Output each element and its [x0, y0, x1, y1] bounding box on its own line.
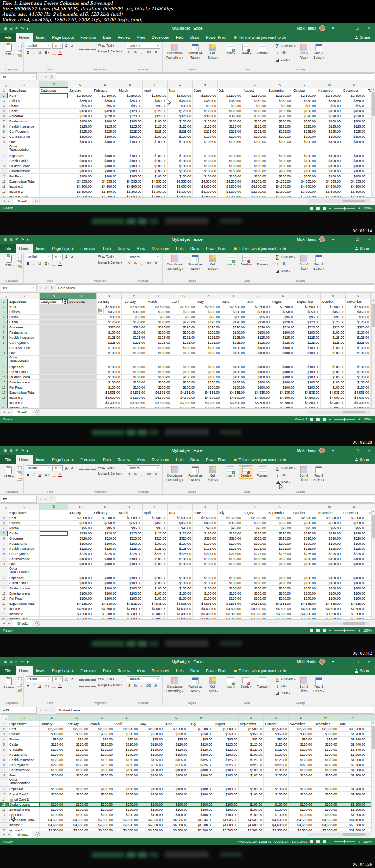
cell[interactable]: $320.00 — [218, 114, 242, 119]
zoom-slider[interactable] — [334, 419, 355, 420]
cell[interactable]: $2,500.00 — [313, 727, 338, 732]
cell[interactable]: $100.00 — [139, 773, 164, 778]
cell[interactable] — [40, 400, 68, 405]
cell[interactable]: $100.00 — [118, 581, 143, 586]
format-painter-icon[interactable] — [17, 477, 22, 481]
cell[interactable] — [289, 778, 313, 787]
comma-format-button[interactable]: , — [139, 50, 144, 54]
cell[interactable]: $100.00 — [342, 163, 367, 169]
cell[interactable]: $3,840.00 — [338, 747, 367, 752]
row-number[interactable]: 5 — [0, 531, 8, 536]
cell[interactable]: $320.00 — [242, 536, 267, 541]
cell[interactable]: $95.00 — [64, 737, 89, 742]
cell[interactable]: $100.00 — [68, 153, 93, 158]
scrollbar-thumb[interactable] — [343, 833, 365, 836]
cell[interactable]: $350.00 — [239, 732, 264, 737]
cell[interactable]: Car Insurance — [8, 556, 40, 562]
cell[interactable] — [296, 356, 321, 364]
cell[interactable]: $100.00 — [342, 119, 367, 124]
cell[interactable]: $120.00 — [242, 108, 267, 114]
cell[interactable]: $125.00 — [214, 757, 239, 762]
cell[interactable]: $100.00 — [218, 174, 242, 179]
cell[interactable]: Student Loans — [8, 163, 40, 169]
row-number[interactable] — [0, 144, 8, 153]
column-header-F[interactable]: F — [146, 293, 171, 299]
cell[interactable]: $100.00 — [289, 792, 313, 797]
tab-draw[interactable]: Draw — [187, 455, 203, 464]
cell[interactable]: $2,700.00 — [338, 762, 367, 768]
cell[interactable]: $100.00 — [267, 139, 292, 144]
cell[interactable]: $7,900.00 — [242, 617, 267, 619]
cell[interactable]: $4,535.00 — [196, 390, 221, 395]
cell[interactable]: $7,900.00 — [271, 405, 296, 408]
tab-file[interactable]: File — [0, 244, 16, 253]
cell[interactable]: $95.00 — [171, 315, 196, 320]
cell[interactable]: $125.00 — [189, 757, 214, 762]
row-number[interactable]: 14 — [0, 163, 8, 169]
italic-button[interactable]: I — [31, 262, 36, 265]
cell[interactable]: $7,900.00 — [68, 194, 93, 197]
cell-styles-button[interactable]: CellStyles — [205, 465, 220, 483]
cell[interactable] — [242, 144, 267, 153]
formula-input[interactable]: Student Loans — [56, 707, 374, 714]
cell[interactable] — [146, 356, 171, 364]
cell[interactable]: $95.00 — [122, 315, 146, 320]
format-painter-icon[interactable] — [17, 265, 22, 269]
column-header-D[interactable]: D — [89, 715, 114, 721]
cell[interactable]: $4,600.00 — [342, 606, 367, 611]
cell[interactable]: $100.00 — [68, 575, 93, 581]
cell[interactable]: $95.00 — [342, 103, 367, 108]
row-number[interactable]: 12 — [0, 787, 8, 792]
cell[interactable]: Rent — [8, 727, 40, 732]
cell[interactable]: $100.00 — [89, 752, 114, 757]
cell[interactable]: $100.00 — [292, 541, 317, 546]
cell[interactable]: $100.00 — [68, 174, 93, 179]
cell[interactable]: $2,500.00 — [317, 93, 342, 98]
cell[interactable]: $100.00 — [193, 134, 218, 139]
cell[interactable]: $100.00 — [118, 158, 143, 163]
cell[interactable]: $4,600.00 — [193, 606, 218, 611]
cell[interactable]: $100.00 — [221, 345, 246, 350]
select-all-corner[interactable] — [0, 293, 8, 299]
cell[interactable]: July — [218, 510, 242, 515]
cell[interactable]: $100.00 — [122, 369, 146, 375]
column-header-H[interactable]: H — [189, 715, 214, 721]
format-as-table-button[interactable]: Format asTable — [186, 254, 204, 272]
column-header-M[interactable]: M — [317, 504, 342, 510]
cell[interactable]: $125.00 — [292, 124, 317, 129]
cell[interactable]: $100.00 — [264, 812, 289, 817]
cell[interactable] — [68, 340, 97, 345]
page-layout-view-icon[interactable] — [316, 418, 320, 421]
new-sheet-button[interactable]: + — [35, 199, 40, 203]
cell[interactable]: $100.00 — [196, 385, 221, 390]
currency-format-button[interactable]: $ — [127, 261, 131, 265]
tab-review[interactable]: Review — [114, 455, 133, 464]
cell[interactable]: February — [93, 88, 118, 93]
insert-function-icon[interactable]: fx — [51, 75, 53, 79]
cell[interactable]: Car Payment — [8, 340, 40, 345]
column-header-H[interactable]: H — [193, 504, 218, 510]
cell[interactable]: $225.00 — [218, 551, 242, 556]
autosum-button[interactable]: ∑AutoSum — [274, 254, 296, 260]
cell[interactable]: $95.00 — [242, 526, 267, 531]
tab-review[interactable]: Review — [114, 33, 133, 42]
find-select-button[interactable]: Find &Select — [312, 676, 326, 694]
cell[interactable]: $100.00 — [168, 596, 193, 601]
cell[interactable]: $4,535.00 — [342, 179, 367, 184]
cell[interactable]: $100.00 — [114, 787, 139, 792]
cell[interactable]: $100.00 — [342, 556, 367, 562]
cell[interactable]: $2,500.00 — [239, 727, 264, 732]
vertical-scrollbar[interactable]: ▲ — [371, 299, 375, 408]
minimize-button[interactable]: – — [341, 237, 349, 242]
cell[interactable] — [313, 797, 338, 802]
cell[interactable] — [40, 556, 68, 562]
cell[interactable]: $3,300.00 — [196, 400, 221, 405]
conditional-formatting-button[interactable]: ConditionalFormatting — [164, 254, 185, 272]
cell[interactable]: $120.00 — [189, 742, 214, 747]
sheet-nav-right-icon[interactable]: ► — [7, 199, 10, 203]
cell[interactable]: $100.00 — [292, 169, 317, 174]
cell[interactable]: $7,900.00 — [317, 194, 342, 197]
format-painter-icon[interactable] — [17, 54, 22, 58]
cell[interactable] — [289, 797, 313, 802]
cell[interactable]: $100.00 — [267, 163, 292, 169]
